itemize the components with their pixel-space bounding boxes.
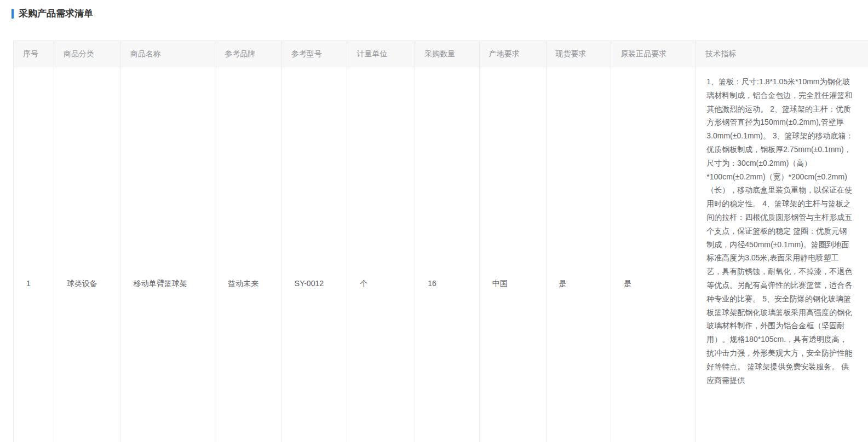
column-header-jszb: 技术指标 xyxy=(696,41,868,67)
cell-xh: 1 xyxy=(14,67,54,442)
cell-yzzpyq: 是 xyxy=(611,67,696,442)
header-row: 序号商品分类商品名称参考品牌参考型号计量单位采购数量产地要求现货要求原装正品要求… xyxy=(14,41,868,67)
page-title: 采购产品需求清单 xyxy=(19,8,93,19)
column-header-ckxh: 参考型号 xyxy=(281,41,347,67)
column-header-yzzpyq: 原装正品要求 xyxy=(611,41,696,67)
cell-xhyq: 是 xyxy=(546,67,611,442)
column-header-cdyq: 产地要求 xyxy=(479,41,546,67)
table-container: 序号商品分类商品名称参考品牌参考型号计量单位采购数量产地要求现货要求原装正品要求… xyxy=(13,40,868,442)
cell-spfl: 球类设备 xyxy=(54,67,121,442)
cell-jldw: 个 xyxy=(347,67,415,442)
cell-cdyq: 中国 xyxy=(479,67,546,442)
column-header-xh: 序号 xyxy=(14,41,54,67)
column-header-ckpp: 参考品牌 xyxy=(215,41,282,67)
table-body: 1球类设备移动单臂篮球架益动未来SY-0012个16中国是是1、篮板：尺寸:1.… xyxy=(14,67,868,442)
title-accent-bar xyxy=(12,9,14,19)
column-header-spmc: 商品名称 xyxy=(120,41,215,67)
column-header-jldw: 计量单位 xyxy=(347,41,415,67)
table-row: 1球类设备移动单臂篮球架益动未来SY-0012个16中国是是1、篮板：尺寸:1.… xyxy=(14,67,868,442)
page-header: 采购产品需求清单 xyxy=(0,0,868,19)
cell-ckpp: 益动未来 xyxy=(215,67,282,442)
cell-cgsl: 16 xyxy=(415,67,480,442)
cell-ckxh: SY-0012 xyxy=(281,67,347,442)
cell-spmc: 移动单臂篮球架 xyxy=(120,67,215,442)
column-header-xhyq: 现货要求 xyxy=(546,41,611,67)
column-header-cgsl: 采购数量 xyxy=(415,41,480,67)
column-header-spfl: 商品分类 xyxy=(54,41,121,67)
procurement-requirements-table: 序号商品分类商品名称参考品牌参考型号计量单位采购数量产地要求现货要求原装正品要求… xyxy=(13,40,868,442)
cell-jszb: 1、篮板：尺寸:1.8*1.05米*10mm为钢化玻璃材料制成，铝合金包边，完全… xyxy=(696,67,868,442)
